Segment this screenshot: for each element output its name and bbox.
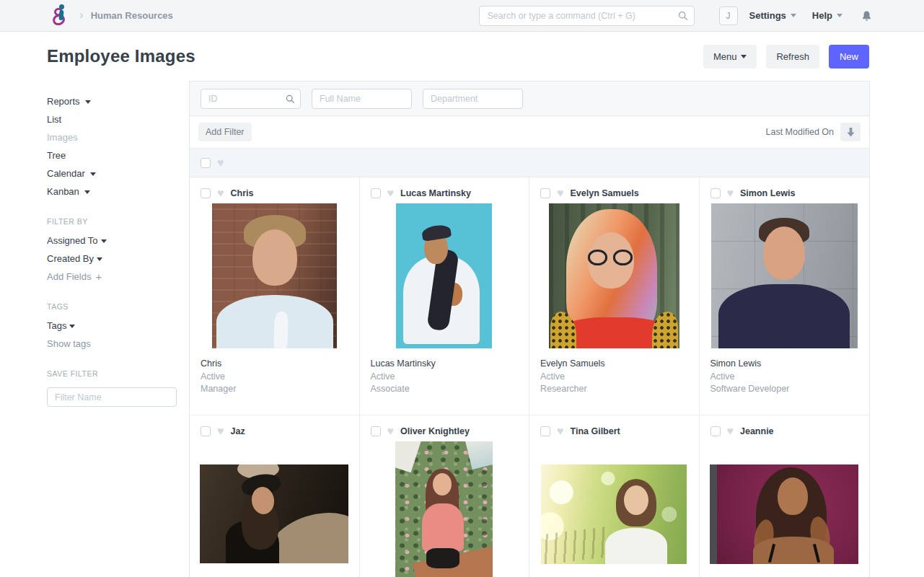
app-logo-icon[interactable] xyxy=(49,3,71,29)
card-header: ♥ Jeannie xyxy=(700,415,870,441)
employee-card: ♥ Chris Chris Active Manager xyxy=(190,177,360,415)
employee-photo[interactable] xyxy=(200,464,348,563)
card-header: ♥ Tina Gilbert xyxy=(529,415,699,441)
sidebar-item-list[interactable]: List xyxy=(47,114,177,125)
department-filter xyxy=(423,89,523,109)
like-filter-heart-icon[interactable]: ♥ xyxy=(217,158,224,168)
search-icon xyxy=(678,11,688,21)
select-checkbox[interactable] xyxy=(540,188,550,198)
employee-designation: Software Developer xyxy=(710,383,859,396)
sort-direction-button[interactable] xyxy=(840,123,861,141)
plus-icon: + xyxy=(95,273,102,281)
chevron-down-icon xyxy=(85,100,91,104)
card-header: ♥ Simon Lewis xyxy=(700,177,870,203)
employee-name-link[interactable]: Jaz xyxy=(231,426,245,436)
employee-name-link[interactable]: Oliver Knightley xyxy=(400,426,470,436)
sort-field-label[interactable]: Last Modified On xyxy=(766,127,835,137)
employee-status: Active xyxy=(201,371,348,384)
search-input[interactable] xyxy=(479,6,695,26)
tags-label: Tags xyxy=(47,320,66,332)
settings-menu[interactable]: Settings xyxy=(749,10,796,21)
employee-name: Lucas Martinsky xyxy=(371,358,519,371)
sidebar-item-tree[interactable]: Tree xyxy=(47,150,177,162)
select-checkbox[interactable] xyxy=(710,426,721,436)
chevron-down-icon xyxy=(84,190,90,194)
menu-label: Menu xyxy=(713,51,737,62)
card-header: ♥ Chris xyxy=(190,177,359,203)
card-footer: Lucas Martinsky Active Associate xyxy=(360,348,529,396)
like-heart-icon[interactable]: ♥ xyxy=(727,426,734,436)
like-heart-icon[interactable]: ♥ xyxy=(557,426,564,436)
employee-card: ♥ Evelyn Samuels Evelyn Samuels Active R… xyxy=(529,177,700,415)
select-checkbox[interactable] xyxy=(371,426,381,436)
employee-photo[interactable] xyxy=(541,464,687,564)
navbar-right: J Settings Help xyxy=(479,6,872,26)
select-checkbox[interactable] xyxy=(201,426,211,436)
sidebar-item-reports[interactable]: Reports xyxy=(47,96,177,107)
select-checkbox[interactable] xyxy=(201,188,211,198)
calendar-label: Calendar xyxy=(47,168,85,180)
menu-button[interactable]: Menu xyxy=(703,45,757,69)
employee-name-link[interactable]: Tina Gilbert xyxy=(571,426,620,436)
chevron-down-icon xyxy=(90,172,96,176)
employee-name-link[interactable]: Chris xyxy=(231,188,254,198)
like-heart-icon[interactable]: ♥ xyxy=(387,426,395,436)
select-all-row: ♥ xyxy=(190,149,869,177)
employee-photo[interactable] xyxy=(396,203,492,348)
add-filter-button[interactable]: Add Filter xyxy=(198,123,252,141)
employee-name-link[interactable]: Evelyn Samuels xyxy=(571,188,639,198)
reports-label: Reports xyxy=(47,96,80,107)
employee-name: Evelyn Samuels xyxy=(540,358,688,371)
employee-card: ♥ Oliver Knightley xyxy=(360,415,530,577)
like-heart-icon[interactable]: ♥ xyxy=(217,426,224,436)
list-label: List xyxy=(47,114,61,125)
like-heart-icon[interactable]: ♥ xyxy=(387,188,395,198)
tags-filter[interactable]: Tags xyxy=(47,320,177,332)
select-checkbox[interactable] xyxy=(710,188,721,198)
card-footer: Chris Active Manager xyxy=(190,348,359,396)
employee-designation: Manager xyxy=(201,383,348,396)
select-all-checkbox[interactable] xyxy=(201,158,211,168)
select-checkbox[interactable] xyxy=(540,426,550,436)
employee-name-link[interactable]: Lucas Martinsky xyxy=(400,188,471,198)
employee-name-link[interactable]: Simon Lewis xyxy=(740,188,795,198)
employee-photo[interactable] xyxy=(395,441,493,577)
employee-card: ♥ Jaz xyxy=(190,415,360,577)
assigned-to-filter[interactable]: Assigned To xyxy=(47,235,177,247)
avatar[interactable]: J xyxy=(719,6,738,25)
filter-name-input[interactable] xyxy=(47,387,177,407)
chevron-down-icon xyxy=(837,14,842,17)
employee-photo[interactable] xyxy=(711,203,858,348)
employee-card: ♥ Jeannie xyxy=(700,415,870,577)
settings-label: Settings xyxy=(749,10,786,21)
tags-heading: TAGS xyxy=(47,302,177,311)
refresh-button[interactable]: Refresh xyxy=(766,45,819,69)
employee-name-link[interactable]: Jeannie xyxy=(740,426,774,436)
notifications-bell-icon[interactable] xyxy=(861,10,872,22)
search-icon xyxy=(286,94,295,104)
sidebar-item-calendar[interactable]: Calendar xyxy=(47,168,177,180)
image-area xyxy=(700,203,870,348)
like-heart-icon[interactable]: ♥ xyxy=(557,188,564,198)
employee-photo[interactable] xyxy=(212,203,337,348)
full-name-filter-input[interactable] xyxy=(312,89,412,109)
breadcrumb[interactable]: Human Resources xyxy=(91,10,173,21)
chevron-down-icon xyxy=(69,325,75,328)
created-by-filter[interactable]: Created By xyxy=(47,253,177,265)
full-name-filter xyxy=(312,89,412,109)
sidebar-item-images[interactable]: Images xyxy=(47,132,177,144)
show-tags-toggle[interactable]: Show tags xyxy=(47,338,177,350)
new-button[interactable]: New xyxy=(829,45,869,69)
add-fields-button[interactable]: Add Fields+ xyxy=(47,271,177,283)
employee-designation: Researcher xyxy=(540,383,688,396)
help-menu[interactable]: Help xyxy=(812,10,842,21)
employee-photo[interactable] xyxy=(710,464,858,564)
employee-photo[interactable] xyxy=(549,203,679,348)
global-search[interactable] xyxy=(479,6,695,26)
department-filter-input[interactable] xyxy=(423,89,523,109)
select-checkbox[interactable] xyxy=(371,188,381,198)
like-heart-icon[interactable]: ♥ xyxy=(217,188,224,198)
sidebar-item-kanban[interactable]: Kanban xyxy=(47,186,177,198)
like-heart-icon[interactable]: ♥ xyxy=(727,188,734,198)
id-filter xyxy=(201,89,301,109)
